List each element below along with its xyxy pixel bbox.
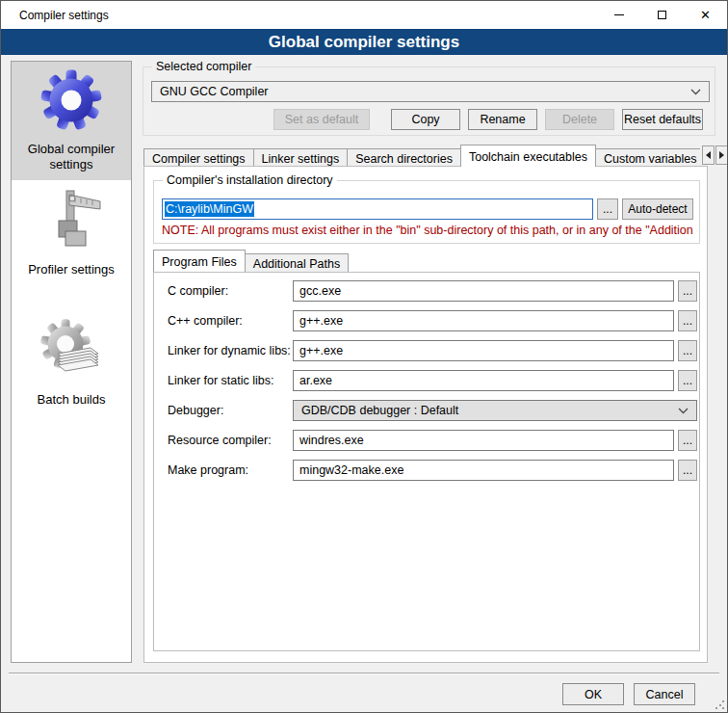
field-label: C compiler: <box>168 284 228 298</box>
form-row-make-program: Make program: ... <box>154 460 699 481</box>
tab-search-directories[interactable]: Search directories <box>347 148 461 167</box>
field-label: C++ compiler: <box>168 314 243 328</box>
group-label: Selected compiler <box>152 60 255 73</box>
field-label: Linker for static libs: <box>168 374 273 387</box>
sidebar-item-global-compiler-settings[interactable]: Global compiler settings <box>12 62 131 180</box>
batch-builds-icon <box>40 319 102 381</box>
banner-title: Global compiler settings <box>269 33 459 52</box>
resource-compiler-input[interactable] <box>293 430 674 451</box>
minimize-icon <box>614 14 624 15</box>
field-label: Debugger: <box>168 404 223 417</box>
blue-gear-icon <box>40 68 102 130</box>
right-triangle-icon <box>719 151 724 159</box>
maximize-button[interactable] <box>640 1 684 29</box>
debugger-select[interactable]: GDB/CDB debugger : Default <box>293 400 697 421</box>
static-linker-input[interactable] <box>293 370 674 391</box>
tab-scroll-left-button[interactable] <box>702 145 715 165</box>
field-label: Linker for dynamic libs: <box>168 344 291 357</box>
titlebar: Compiler settings ✕ <box>1 1 727 29</box>
group-label: Compiler's installation directory <box>163 173 337 187</box>
auto-detect-button[interactable]: Auto-detect <box>622 198 693 220</box>
compiler-settings-dialog: Compiler settings ✕ Global compiler sett… <box>0 0 728 713</box>
caliper-icon <box>40 189 102 251</box>
program-files-tabs: Program Files Additional Paths <box>153 251 348 272</box>
tab-custom-variables[interactable]: Custom variables <box>595 148 700 167</box>
browse-button[interactable]: ... <box>678 460 697 481</box>
minimize-button[interactable] <box>597 1 640 29</box>
footer-divider <box>9 673 719 674</box>
program-files-panel: C compiler: ... C++ compiler: ... Linker… <box>153 272 700 651</box>
installation-directory-value: C:\raylib\MinGW <box>165 201 254 217</box>
compiler-select-value: GNU GCC Compiler <box>160 85 269 98</box>
tab-toolchain-executables[interactable]: Toolchain executables <box>460 145 596 167</box>
settings-tabs: Compiler settings Linker settings Search… <box>143 145 700 167</box>
rename-button[interactable]: Rename <box>468 109 537 130</box>
settings-sidebar: Global compiler settings Profiler settin… <box>11 61 132 663</box>
selected-compiler-group: Selected compiler GNU GCC Compiler Set a… <box>143 66 715 136</box>
cpp-compiler-input[interactable] <box>293 310 674 331</box>
reset-defaults-button[interactable]: Reset defaults <box>622 109 703 130</box>
form-row-cpp-compiler: C++ compiler: ... <box>154 310 699 331</box>
form-row-dynamic-linker: Linker for dynamic libs: ... <box>154 340 699 361</box>
installation-directory-group: Compiler's installation directory C:\ray… <box>153 180 700 244</box>
tab-linker-settings[interactable]: Linker settings <box>253 148 349 167</box>
browse-button[interactable]: ... <box>678 280 697 302</box>
browse-button[interactable]: ... <box>678 370 697 391</box>
browse-button[interactable]: ... <box>678 340 697 361</box>
window-title: Compiler settings <box>1 9 109 22</box>
browse-button[interactable]: ... <box>678 310 697 331</box>
tab-program-files[interactable]: Program Files <box>153 250 246 272</box>
tab-compiler-settings[interactable]: Compiler settings <box>143 148 254 167</box>
browse-button[interactable]: ... <box>678 430 697 451</box>
browse-directory-button[interactable]: ... <box>597 198 618 220</box>
installation-directory-input[interactable]: C:\raylib\MinGW <box>162 198 593 220</box>
maximize-icon <box>658 11 666 19</box>
sidebar-item-profiler-settings[interactable]: Profiler settings <box>12 182 131 285</box>
tab-scroll-right-button[interactable] <box>715 145 728 165</box>
dialog-banner: Global compiler settings <box>1 29 727 55</box>
c-compiler-input[interactable] <box>293 280 674 302</box>
copy-button[interactable]: Copy <box>391 109 460 130</box>
form-row-resource-compiler: Resource compiler: ... <box>154 430 699 451</box>
form-row-c-compiler: C compiler: ... <box>154 280 699 302</box>
chevron-down-icon <box>690 89 701 95</box>
close-icon: ✕ <box>700 9 711 21</box>
cancel-button[interactable]: Cancel <box>634 683 695 705</box>
resize-grip-icon[interactable] <box>715 700 724 709</box>
form-row-debugger: Debugger: GDB/CDB debugger : Default <box>154 400 699 421</box>
chevron-down-icon <box>678 408 689 414</box>
bin-subdirectory-note: NOTE: All programs must exist either in … <box>162 224 693 237</box>
sidebar-item-label: Profiler settings <box>15 262 127 277</box>
tab-additional-paths[interactable]: Additional Paths <box>245 253 349 272</box>
dynamic-linker-input[interactable] <box>293 340 674 361</box>
compiler-select[interactable]: GNU GCC Compiler <box>151 81 710 102</box>
ok-button[interactable]: OK <box>562 683 624 705</box>
form-row-static-linker: Linker for static libs: ... <box>154 370 699 391</box>
left-triangle-icon <box>706 151 711 159</box>
close-button[interactable]: ✕ <box>684 1 727 29</box>
sidebar-item-label: Batch builds <box>15 392 127 408</box>
make-program-input[interactable] <box>293 460 674 481</box>
sidebar-item-label: Global compiler settings <box>15 142 127 172</box>
sidebar-item-batch-builds[interactable]: Batch builds <box>12 312 131 415</box>
field-label: Make program: <box>168 463 248 477</box>
delete-button[interactable]: Delete <box>545 109 614 130</box>
debugger-select-value: GDB/CDB debugger : Default <box>301 404 458 417</box>
field-label: Resource compiler: <box>168 434 272 447</box>
set-as-default-button[interactable]: Set as default <box>273 109 370 130</box>
